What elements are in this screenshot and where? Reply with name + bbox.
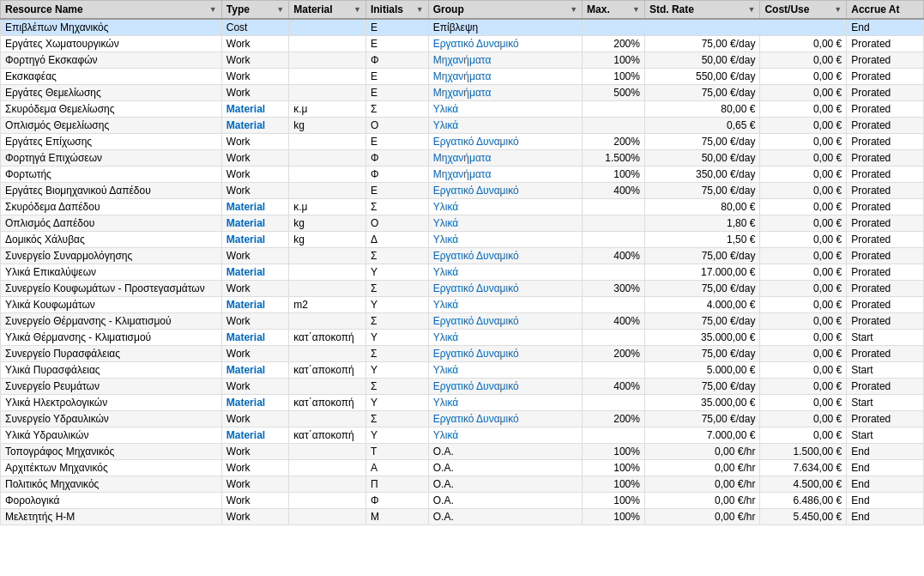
cell-std-rate: 75,00 €/day (644, 411, 760, 427)
cell-max: 200% (583, 134, 645, 150)
table-row[interactable]: Φορτηγά ΕπιχώσεωνWorkΦΜηχανήματα1.500%50… (1, 150, 924, 167)
cell-std-rate: 75,00 €/day (644, 36, 760, 52)
filter-icon-max[interactable]: ▼ (632, 5, 640, 14)
table-row[interactable]: Εργάτες Βιομηχανικού ΔαπέδουWorkΕΕργατικ… (1, 183, 924, 199)
cell-type: Work (221, 248, 288, 264)
table-row[interactable]: Υλικά Θέρμανσης - ΚλιματισμούMaterialκατ… (1, 330, 924, 346)
cell-material (289, 150, 366, 167)
table-row[interactable]: Συνεργείο ΣυναρμολόγησηςWorkΣΕργατικό Δυ… (1, 248, 924, 264)
table-row[interactable]: ΦορτωτήςWorkΦΜηχανήματα100%350,00 €/day0… (1, 167, 924, 183)
table-row[interactable]: Σκυρόδεμα ΘεμελίωσηςMaterialκ.μΣΥλικά80,… (1, 101, 924, 118)
cell-std-rate: 350,00 €/day (644, 167, 760, 183)
cell-type: Material (221, 297, 288, 313)
cell-type: Work (221, 85, 288, 101)
cell-initials: Σ (365, 313, 428, 330)
cell-cost-use: 0,00 € (760, 281, 847, 297)
table-row[interactable]: Συνεργείο ΥδραυλικώνWorkΣΕργατικό Δυναμι… (1, 411, 924, 427)
header-type[interactable]: Type ▼ (221, 1, 288, 20)
cell-max (583, 330, 645, 346)
table-row[interactable]: Συνεργείο ΠυρασφάλειαςWorkΣΕργατικό Δυνα… (1, 346, 924, 362)
cell-type: Cost (221, 19, 288, 36)
header-std-rate[interactable]: Std. Rate ▼ (644, 1, 760, 20)
header-group[interactable]: Group ▼ (428, 1, 582, 20)
cell-resource-name: Σκυρόδεμα Θεμελίωσης (1, 101, 222, 118)
filter-icon-initials[interactable]: ▼ (416, 5, 424, 14)
cell-std-rate: 1,80 € (644, 215, 760, 232)
cell-cost-use: 0,00 € (760, 248, 847, 264)
cell-group: Ο.Α. (428, 476, 582, 493)
resource-table: Resource Name ▼ Type ▼ Material ▼ Initia… (0, 0, 924, 525)
cell-accrue-at: Prorated (847, 101, 924, 118)
cell-initials: Σ (365, 101, 428, 118)
cell-accrue-at: Prorated (847, 69, 924, 85)
cell-type: Material (221, 362, 288, 379)
table-row[interactable]: Υλικά ΠυρασφάλειαςMaterialκατ΄αποκοπήΥΥλ… (1, 362, 924, 379)
table-row[interactable]: Σκυρόδεμα ΔαπέδουMaterialκ.μΣΥλικά80,00 … (1, 199, 924, 215)
table-row[interactable]: Υλικά ΗλεκτρολογικώνMaterialκατ΄αποκοπήΥ… (1, 395, 924, 411)
cell-resource-name: Εργάτες Επίχωσης (1, 134, 222, 150)
cell-accrue-at: Prorated (847, 264, 924, 281)
table-row[interactable]: Αρχιτέκτων ΜηχανικόςWorkΑΟ.Α.100%0,00 €/… (1, 460, 924, 476)
table-row[interactable]: ΕκσκαφέαςWorkΕΜηχανήματα100%550,00 €/day… (1, 69, 924, 85)
cell-material (289, 444, 366, 460)
cell-std-rate: 0,00 €/hr (644, 509, 760, 525)
cell-group: Εργατικό Δυναμικό (428, 134, 582, 150)
cell-std-rate: 4.000,00 € (644, 297, 760, 313)
cell-max (583, 118, 645, 134)
table-row[interactable]: Πολιτικός ΜηχανικόςWorkΠΟ.Α.100%0,00 €/h… (1, 476, 924, 493)
header-initials[interactable]: Initials ▼ (365, 1, 428, 20)
cell-material (289, 36, 366, 52)
cell-std-rate: 0,00 €/hr (644, 444, 760, 460)
cell-material (289, 19, 366, 36)
table-row[interactable]: Φορτηγό ΕκσκαφώνWorkΦΜηχανήματα100%50,00… (1, 52, 924, 69)
cell-initials: Σ (365, 379, 428, 395)
filter-icon-group[interactable]: ▼ (570, 5, 577, 14)
table-row[interactable]: Τοπογράφος ΜηχανικόςWorkΤΟ.Α.100%0,00 €/… (1, 444, 924, 460)
cell-type: Work (221, 411, 288, 427)
cell-accrue-at: Prorated (847, 118, 924, 134)
table-row[interactable]: Οπλισμός ΔαπέδουMaterialkgΟΥλικά1,80 €0,… (1, 215, 924, 232)
cell-resource-name: Συνεργείο Θέρμανσης - Κλιματισμού (1, 313, 222, 330)
table-row[interactable]: Επιβλέπων ΜηχανικόςCostΕΕπίβλεψηEnd (1, 19, 924, 36)
cell-material: κατ΄αποκοπή (289, 427, 366, 444)
table-row[interactable]: Συνεργείο Θέρμανσης - ΚλιματισμούWorkΣΕρ… (1, 313, 924, 330)
filter-icon-material[interactable]: ▼ (353, 5, 361, 14)
table-row[interactable]: ΦορολογικάWorkΦΟ.Α.100%0,00 €/hr6.486,00… (1, 493, 924, 509)
table-row[interactable]: Συνεργείο ΡευμάτωνWorkΣΕργατικό Δυναμικό… (1, 379, 924, 395)
filter-icon-resource[interactable]: ▼ (209, 5, 217, 14)
filter-icon-costuse[interactable]: ▼ (834, 5, 842, 14)
cell-material (289, 85, 366, 101)
header-max[interactable]: Max. ▼ (583, 1, 645, 20)
header-material[interactable]: Material ▼ (289, 1, 366, 20)
table-row[interactable]: Υλικά ΕπικαλύψεωνMaterialΥΥλικά17.000,00… (1, 264, 924, 281)
table-row[interactable]: Υλικά ΥδραυλικώνMaterialκατ΄αποκοπήΥΥλικ… (1, 427, 924, 444)
table-header-row: Resource Name ▼ Type ▼ Material ▼ Initia… (1, 1, 924, 20)
cell-group: Μηχανήματα (428, 69, 582, 85)
cell-resource-name: Τοπογράφος Μηχανικός (1, 444, 222, 460)
table-row[interactable]: Εργάτες ΧωματουργικώνWorkΕΕργατικό Δυναμ… (1, 36, 924, 52)
cell-max (583, 199, 645, 215)
table-row[interactable]: Υλικά ΚουφωμάτωνMaterialm2ΥΥλικά4.000,00… (1, 297, 924, 313)
table-row[interactable]: Συνεργείο Κουφωμάτων - ΠροστεγασμάτωνWor… (1, 281, 924, 297)
table-row[interactable]: Μελετητής Η-ΜWorkΜΟ.Α.100%0,00 €/hr5.450… (1, 509, 924, 525)
header-accrue-at[interactable]: Accrue At (847, 1, 924, 20)
table-row[interactable]: Δομικός ΧάλυβαςMaterialkgΔΥλικά1,50 €0,0… (1, 232, 924, 248)
cell-max: 200% (583, 36, 645, 52)
header-resource-name[interactable]: Resource Name ▼ (1, 1, 222, 20)
cell-initials: Δ (365, 232, 428, 248)
cell-initials: Μ (365, 509, 428, 525)
table-row[interactable]: Εργάτες ΘεμελίωσηςWorkΕΜηχανήματα500%75,… (1, 85, 924, 101)
cell-std-rate: 0,65 € (644, 118, 760, 134)
filter-icon-type[interactable]: ▼ (276, 5, 284, 14)
cell-cost-use: 0,00 € (760, 36, 847, 52)
cell-accrue-at: Prorated (847, 313, 924, 330)
table-row[interactable]: Οπλισμός ΘεμελίωσηςMaterialkgΟΥλικά0,65 … (1, 118, 924, 134)
cell-type: Work (221, 460, 288, 476)
cell-initials: Σ (365, 281, 428, 297)
cell-cost-use: 0,00 € (760, 232, 847, 248)
header-cost-use[interactable]: Cost/Use ▼ (760, 1, 847, 20)
cell-cost-use: 0,00 € (760, 346, 847, 362)
filter-icon-stdrate[interactable]: ▼ (747, 5, 755, 14)
cell-material (289, 313, 366, 330)
table-row[interactable]: Εργάτες ΕπίχωσηςWorkΕΕργατικό Δυναμικό20… (1, 134, 924, 150)
